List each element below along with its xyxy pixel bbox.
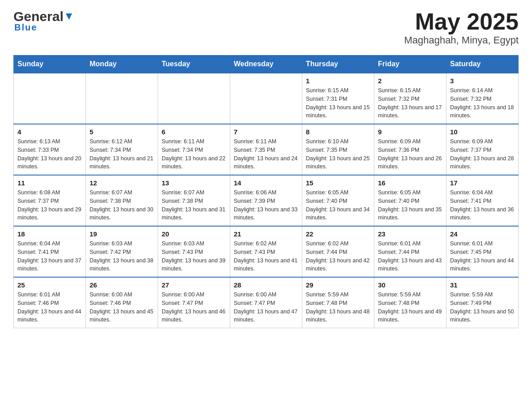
week-row-3: 11Sunrise: 6:08 AMSunset: 7:37 PMDayligh…	[14, 175, 519, 226]
day-number: 18	[17, 230, 82, 238]
day-number: 24	[450, 230, 515, 238]
day-cell-27: 27Sunrise: 6:00 AMSunset: 7:47 PMDayligh…	[158, 277, 230, 328]
day-header-saturday: Saturday	[446, 56, 519, 73]
day-cell-3: 3Sunrise: 6:14 AMSunset: 7:32 PMDaylight…	[446, 73, 519, 124]
day-info: Sunrise: 5:59 AMSunset: 7:48 PMDaylight:…	[306, 291, 370, 324]
day-cell-23: 23Sunrise: 6:01 AMSunset: 7:44 PMDayligh…	[374, 226, 446, 277]
day-cell-30: 30Sunrise: 5:59 AMSunset: 7:48 PMDayligh…	[374, 277, 446, 328]
day-header-monday: Monday	[86, 56, 158, 73]
day-cell-20: 20Sunrise: 6:03 AMSunset: 7:43 PMDayligh…	[158, 226, 230, 277]
week-row-1: 1Sunrise: 6:15 AMSunset: 7:31 PMDaylight…	[14, 73, 519, 124]
day-cell-16: 16Sunrise: 6:05 AMSunset: 7:40 PMDayligh…	[374, 175, 446, 226]
day-info: Sunrise: 6:00 AMSunset: 7:46 PMDaylight:…	[90, 291, 154, 324]
empty-cell	[86, 73, 158, 124]
empty-cell	[158, 73, 230, 124]
day-number: 29	[306, 281, 370, 289]
day-info: Sunrise: 6:00 AMSunset: 7:47 PMDaylight:…	[234, 291, 298, 324]
empty-cell	[230, 73, 302, 124]
calendar-header-row: SundayMondayTuesdayWednesdayThursdayFrid…	[14, 56, 519, 73]
day-number: 28	[234, 281, 298, 289]
day-info: Sunrise: 6:09 AMSunset: 7:37 PMDaylight:…	[450, 137, 515, 171]
day-info: Sunrise: 6:04 AMSunset: 7:41 PMDaylight:…	[17, 240, 82, 273]
day-cell-7: 7Sunrise: 6:11 AMSunset: 7:35 PMDaylight…	[230, 124, 302, 175]
logo: General Blue	[13, 9, 74, 33]
day-info: Sunrise: 6:04 AMSunset: 7:41 PMDaylight:…	[450, 188, 515, 222]
week-row-2: 4Sunrise: 6:13 AMSunset: 7:33 PMDaylight…	[14, 124, 519, 175]
day-number: 14	[234, 179, 298, 187]
day-number: 5	[90, 128, 154, 136]
day-number: 20	[162, 230, 226, 238]
empty-cell	[14, 73, 86, 124]
page-header: General Blue May 2025 Maghaghah, Minya, …	[13, 9, 519, 46]
calendar-table: SundayMondayTuesdayWednesdayThursdayFrid…	[13, 55, 519, 328]
day-number: 12	[90, 179, 154, 187]
day-info: Sunrise: 6:03 AMSunset: 7:42 PMDaylight:…	[90, 240, 154, 273]
day-info: Sunrise: 5:59 AMSunset: 7:48 PMDaylight:…	[378, 291, 442, 324]
day-info: Sunrise: 6:01 AMSunset: 7:46 PMDaylight:…	[17, 291, 82, 324]
page-title: May 2025	[404, 9, 519, 34]
day-info: Sunrise: 6:05 AMSunset: 7:40 PMDaylight:…	[378, 188, 442, 222]
day-number: 6	[162, 128, 226, 136]
day-info: Sunrise: 6:05 AMSunset: 7:40 PMDaylight:…	[306, 188, 370, 222]
day-cell-12: 12Sunrise: 6:07 AMSunset: 7:38 PMDayligh…	[86, 175, 158, 226]
day-cell-2: 2Sunrise: 6:15 AMSunset: 7:32 PMDaylight…	[374, 73, 446, 124]
day-info: Sunrise: 6:02 AMSunset: 7:43 PMDaylight:…	[234, 240, 298, 273]
day-info: Sunrise: 6:01 AMSunset: 7:45 PMDaylight:…	[450, 240, 515, 273]
day-number: 11	[17, 179, 82, 187]
day-cell-13: 13Sunrise: 6:07 AMSunset: 7:38 PMDayligh…	[158, 175, 230, 226]
day-info: Sunrise: 5:59 AMSunset: 7:49 PMDaylight:…	[450, 291, 515, 324]
day-cell-6: 6Sunrise: 6:11 AMSunset: 7:34 PMDaylight…	[158, 124, 230, 175]
day-cell-24: 24Sunrise: 6:01 AMSunset: 7:45 PMDayligh…	[446, 226, 519, 277]
day-cell-25: 25Sunrise: 6:01 AMSunset: 7:46 PMDayligh…	[14, 277, 86, 328]
day-header-sunday: Sunday	[14, 56, 86, 73]
day-cell-18: 18Sunrise: 6:04 AMSunset: 7:41 PMDayligh…	[14, 226, 86, 277]
day-cell-4: 4Sunrise: 6:13 AMSunset: 7:33 PMDaylight…	[14, 124, 86, 175]
day-number: 26	[90, 281, 154, 289]
day-cell-22: 22Sunrise: 6:02 AMSunset: 7:44 PMDayligh…	[302, 226, 374, 277]
svg-marker-0	[66, 13, 72, 20]
day-cell-10: 10Sunrise: 6:09 AMSunset: 7:37 PMDayligh…	[446, 124, 519, 175]
day-info: Sunrise: 6:01 AMSunset: 7:44 PMDaylight:…	[378, 240, 442, 273]
day-info: Sunrise: 6:07 AMSunset: 7:38 PMDaylight:…	[162, 188, 226, 222]
day-number: 16	[378, 179, 442, 187]
day-number: 27	[162, 281, 226, 289]
logo-name: General	[13, 9, 74, 24]
day-number: 8	[306, 128, 370, 136]
day-number: 15	[306, 179, 370, 187]
day-cell-28: 28Sunrise: 6:00 AMSunset: 7:47 PMDayligh…	[230, 277, 302, 328]
logo-blue-text: Blue	[14, 22, 37, 33]
day-info: Sunrise: 6:08 AMSunset: 7:37 PMDaylight:…	[17, 188, 82, 222]
day-number: 4	[17, 128, 82, 136]
day-number: 9	[378, 128, 442, 136]
title-block: May 2025 Maghaghah, Minya, Egypt	[404, 9, 519, 46]
day-cell-9: 9Sunrise: 6:09 AMSunset: 7:36 PMDaylight…	[374, 124, 446, 175]
day-number: 19	[90, 230, 154, 238]
day-cell-17: 17Sunrise: 6:04 AMSunset: 7:41 PMDayligh…	[446, 175, 519, 226]
day-number: 23	[378, 230, 442, 238]
day-info: Sunrise: 6:15 AMSunset: 7:31 PMDaylight:…	[306, 86, 370, 120]
day-number: 25	[17, 281, 82, 289]
day-cell-8: 8Sunrise: 6:10 AMSunset: 7:35 PMDaylight…	[302, 124, 374, 175]
day-cell-11: 11Sunrise: 6:08 AMSunset: 7:37 PMDayligh…	[14, 175, 86, 226]
day-number: 10	[450, 128, 515, 136]
day-number: 17	[450, 179, 515, 187]
day-cell-14: 14Sunrise: 6:06 AMSunset: 7:39 PMDayligh…	[230, 175, 302, 226]
day-cell-15: 15Sunrise: 6:05 AMSunset: 7:40 PMDayligh…	[302, 175, 374, 226]
day-info: Sunrise: 6:13 AMSunset: 7:33 PMDaylight:…	[17, 137, 82, 171]
day-header-friday: Friday	[374, 56, 446, 73]
day-number: 22	[306, 230, 370, 238]
day-cell-29: 29Sunrise: 5:59 AMSunset: 7:48 PMDayligh…	[302, 277, 374, 328]
day-number: 7	[234, 128, 298, 136]
day-info: Sunrise: 6:11 AMSunset: 7:34 PMDaylight:…	[162, 137, 226, 171]
day-cell-1: 1Sunrise: 6:15 AMSunset: 7:31 PMDaylight…	[302, 73, 374, 124]
page-subtitle: Maghaghah, Minya, Egypt	[404, 34, 519, 46]
day-cell-5: 5Sunrise: 6:12 AMSunset: 7:34 PMDaylight…	[86, 124, 158, 175]
day-header-tuesday: Tuesday	[158, 56, 230, 73]
day-info: Sunrise: 6:11 AMSunset: 7:35 PMDaylight:…	[234, 137, 298, 171]
day-cell-21: 21Sunrise: 6:02 AMSunset: 7:43 PMDayligh…	[230, 226, 302, 277]
day-header-thursday: Thursday	[302, 56, 374, 73]
week-row-4: 18Sunrise: 6:04 AMSunset: 7:41 PMDayligh…	[14, 226, 519, 277]
day-number: 30	[378, 281, 442, 289]
day-info: Sunrise: 6:03 AMSunset: 7:43 PMDaylight:…	[162, 240, 226, 273]
day-info: Sunrise: 6:10 AMSunset: 7:35 PMDaylight:…	[306, 137, 370, 171]
